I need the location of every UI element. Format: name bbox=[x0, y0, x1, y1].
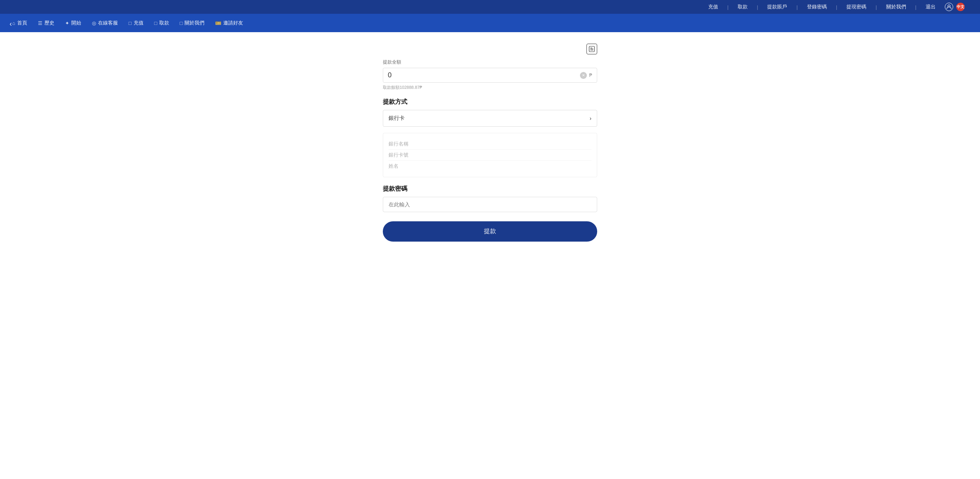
nav-bar: ‹ ⌂ 首頁 ☰ 歷史 ✦ 開始 ◎ 在線客服 □ 充值 □ 取款 □ 關於我們 bbox=[0, 14, 980, 32]
header-register-password-link[interactable]: 登錄密碼 bbox=[807, 3, 827, 10]
withdraw-icon: □ bbox=[154, 20, 157, 26]
header-withdraw-password-link[interactable]: 提現密碼 bbox=[846, 3, 866, 10]
invite-icon: 🎫 bbox=[215, 20, 221, 26]
nav-item-recharge[interactable]: □ 充值 bbox=[124, 17, 148, 29]
password-input[interactable] bbox=[389, 201, 591, 208]
header-about-link[interactable]: 關於我們 bbox=[886, 3, 906, 10]
main-content: 提款全額 ✕ ₱ 取款餘額102888.87₱ 提款方式 銀行卡 › 銀行名稱 … bbox=[0, 32, 980, 253]
amount-label: 提款全額 bbox=[383, 59, 597, 65]
bank-info: 銀行名稱 銀行卡號 姓名 bbox=[383, 133, 597, 177]
svg-rect-4 bbox=[590, 48, 592, 48]
nav-item-support[interactable]: ◎ 在線客服 bbox=[87, 17, 122, 29]
nav-bar-wrapper: ‹ ⌂ 首頁 ☰ 歷史 ✦ 開始 ◎ 在線客服 □ 充值 □ 取款 □ 關於我們 bbox=[0, 14, 980, 32]
bank-holder-name-row: 姓名 bbox=[389, 161, 591, 172]
selected-method-label: 銀行卡 bbox=[389, 115, 405, 122]
header-recharge-link[interactable]: 充值 bbox=[708, 3, 718, 10]
header-logout-link[interactable]: 退出 bbox=[926, 3, 936, 10]
info-icon-row bbox=[383, 44, 597, 54]
nav-item-invite[interactable]: 🎫 邀請好友 bbox=[211, 17, 248, 29]
user-area: 中文 bbox=[945, 3, 965, 11]
currency-label: ₱ bbox=[589, 72, 592, 78]
submit-button[interactable]: 提款 bbox=[383, 221, 597, 242]
recharge-icon: □ bbox=[129, 20, 132, 26]
clear-amount-button[interactable]: ✕ bbox=[580, 72, 587, 79]
start-icon: ✦ bbox=[65, 20, 69, 26]
home-icon: ⌂ bbox=[12, 20, 15, 26]
user-icon[interactable] bbox=[945, 3, 953, 11]
lang-badge[interactable]: 中文 bbox=[956, 3, 965, 11]
password-input-wrapper bbox=[383, 197, 597, 212]
nav-item-withdraw[interactable]: □ 取款 bbox=[150, 17, 174, 29]
method-section-title: 提款方式 bbox=[383, 98, 597, 106]
balance-hint: 取款餘額102888.87₱ bbox=[383, 85, 597, 90]
password-section: 提款密碼 bbox=[383, 185, 597, 212]
form-container: 提款全額 ✕ ₱ 取款餘額102888.87₱ 提款方式 銀行卡 › 銀行名稱 … bbox=[383, 44, 597, 242]
amount-input[interactable] bbox=[388, 71, 580, 79]
svg-rect-2 bbox=[590, 49, 593, 49]
top-header: 充值 | 取款 | 提款賬戶 | 登錄密碼 | 提現密碼 | 關於我們 | 退出… bbox=[0, 0, 980, 14]
header-withdraw-link[interactable]: 取款 bbox=[738, 3, 748, 10]
chevron-right-icon: › bbox=[590, 115, 591, 121]
amount-input-wrapper: ✕ ₱ bbox=[383, 68, 597, 83]
history-icon: ☰ bbox=[38, 20, 42, 26]
nav-item-history[interactable]: ☰ 歷史 bbox=[33, 17, 59, 29]
header-withdraw-account-link[interactable]: 提款賬戶 bbox=[767, 3, 787, 10]
method-selector[interactable]: 銀行卡 › bbox=[383, 110, 597, 127]
support-icon: ◎ bbox=[92, 20, 96, 26]
bank-card-row: 銀行卡號 bbox=[389, 150, 591, 161]
bank-name-row: 銀行名稱 bbox=[389, 139, 591, 150]
amount-section: 提款全額 ✕ ₱ 取款餘額102888.87₱ bbox=[383, 59, 597, 90]
amount-input-actions: ✕ ₱ bbox=[580, 72, 592, 79]
method-section: 提款方式 銀行卡 › 銀行名稱 銀行卡號 姓名 bbox=[383, 98, 597, 177]
info-icon[interactable] bbox=[586, 44, 597, 54]
nav-item-about[interactable]: □ 關於我們 bbox=[175, 17, 209, 29]
nav-item-start[interactable]: ✦ 開始 bbox=[60, 17, 86, 29]
about-icon: □ bbox=[180, 20, 183, 26]
password-section-title: 提款密碼 bbox=[383, 185, 597, 193]
svg-rect-3 bbox=[590, 50, 593, 50]
